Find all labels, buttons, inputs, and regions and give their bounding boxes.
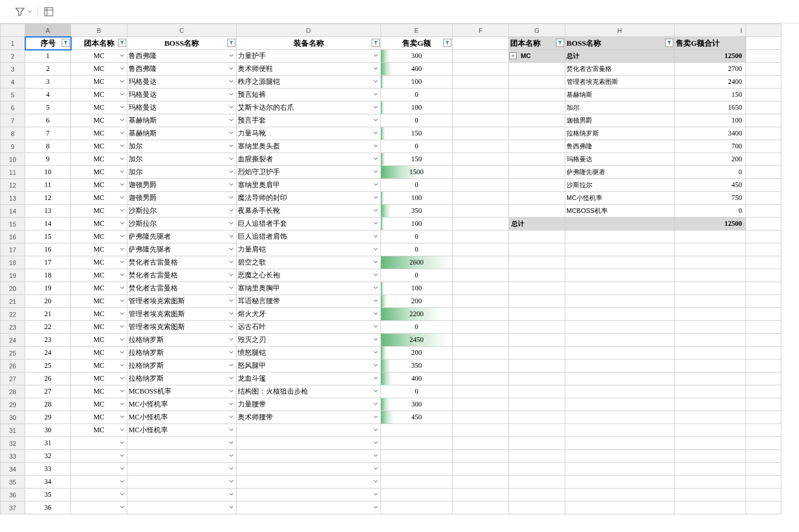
cell-seq[interactable]: 36 (25, 501, 71, 514)
cell[interactable] (509, 360, 565, 372)
cell-seq[interactable]: 28 (25, 398, 71, 411)
dropdown-icon[interactable] (227, 439, 235, 447)
row-header[interactable]: 37 (1, 501, 25, 514)
cell[interactable] (453, 347, 509, 360)
row-header[interactable]: 14 (1, 205, 25, 218)
filter-icon[interactable] (14, 6, 26, 18)
cell[interactable] (509, 282, 565, 295)
cell[interactable] (453, 489, 509, 501)
row-header[interactable]: 10 (1, 153, 25, 166)
cell[interactable] (675, 476, 746, 489)
dropdown-icon[interactable] (118, 271, 126, 279)
cell-raid[interactable]: MC (71, 269, 127, 282)
cell-raid[interactable]: MC (71, 231, 127, 243)
cell-raid[interactable]: MC (71, 372, 127, 385)
cell-item[interactable]: 力量护手 (237, 50, 381, 63)
cell-item[interactable]: 力量肩铠 (237, 243, 381, 256)
cell-seq[interactable]: 13 (25, 205, 71, 218)
cell[interactable] (746, 243, 781, 256)
cell-raid[interactable] (71, 437, 127, 450)
cell-item[interactable] (237, 476, 381, 489)
row-header[interactable]: 24 (1, 334, 25, 347)
cell-item[interactable]: 奥术师腰带 (237, 411, 381, 424)
cell-seq[interactable]: 23 (25, 334, 71, 347)
cell-boss[interactable]: 沙斯拉尔 (127, 218, 237, 231)
cell[interactable] (509, 334, 565, 347)
dropdown-icon[interactable] (118, 90, 126, 99)
row-header[interactable]: 17 (1, 243, 25, 256)
filter-icon[interactable] (118, 39, 126, 47)
header-gold[interactable]: 售卖G额 (381, 37, 453, 50)
cell[interactable] (453, 153, 509, 166)
cell[interactable] (746, 140, 781, 153)
pivot-raid[interactable] (509, 192, 565, 205)
cell-boss[interactable]: 基赫纳斯 (127, 127, 237, 140)
cell[interactable] (565, 282, 675, 295)
col-header-a[interactable]: A (25, 24, 71, 37)
dropdown-icon[interactable] (227, 65, 235, 73)
cell-boss[interactable]: 沙斯拉尔 (127, 205, 237, 218)
dropdown-icon[interactable] (227, 297, 235, 305)
cell-gold[interactable]: 1500 (381, 166, 453, 179)
dropdown-icon[interactable] (118, 477, 126, 486)
cell[interactable] (746, 308, 781, 321)
row-header[interactable]: 30 (1, 411, 25, 424)
dropdown-icon[interactable] (227, 129, 235, 137)
dropdown-icon[interactable] (118, 52, 126, 60)
cell[interactable] (565, 489, 675, 501)
cell-seq[interactable]: 27 (25, 385, 71, 398)
pivot-raid[interactable]: −MC (509, 50, 565, 63)
row-header[interactable]: 5 (1, 89, 25, 101)
cell-boss[interactable]: 玛格曼达 (127, 101, 237, 114)
dropdown-icon[interactable] (372, 90, 380, 99)
cell-gold[interactable]: 0 (381, 385, 453, 398)
cell-raid[interactable]: MC (71, 89, 127, 101)
cell-gold[interactable] (381, 424, 453, 437)
cell-item[interactable]: 塞纳里奥肩甲 (237, 179, 381, 192)
cell-item[interactable]: 恶魔之心长袍 (237, 269, 381, 282)
cell-boss[interactable]: 加尔 (127, 166, 237, 179)
cell-raid[interactable]: MC (71, 153, 127, 166)
pivot-raid[interactable] (509, 114, 565, 127)
cell[interactable] (509, 450, 565, 463)
cell[interactable] (565, 347, 675, 360)
dropdown-icon[interactable] (227, 103, 235, 111)
dropdown-icon[interactable] (372, 232, 380, 240)
cell[interactable] (675, 411, 746, 424)
pivot-grand-total-label[interactable]: 总计 (509, 218, 565, 231)
dropdown-icon[interactable] (372, 361, 380, 370)
col-header-c[interactable]: C (127, 24, 237, 37)
cell[interactable] (565, 476, 675, 489)
cell[interactable] (675, 347, 746, 360)
cell-seq[interactable]: 3 (25, 76, 71, 89)
dropdown-icon[interactable] (227, 374, 235, 382)
pivot-grand-total-blank[interactable] (565, 218, 675, 231)
cell-gold[interactable]: 2600 (381, 256, 453, 269)
cell[interactable] (509, 269, 565, 282)
pivot-raid[interactable] (509, 76, 565, 89)
cell-boss[interactable]: 拉格纳罗斯 (127, 372, 237, 385)
cell-raid[interactable]: MC (71, 308, 127, 321)
filter-icon[interactable] (372, 39, 380, 47)
dropdown-icon[interactable] (118, 439, 126, 447)
row-header[interactable]: 13 (1, 192, 25, 205)
cell-boss[interactable]: 鲁西弗隆 (127, 63, 237, 76)
cell[interactable] (675, 334, 746, 347)
pivot-sum[interactable]: 0 (675, 205, 746, 218)
dropdown-icon[interactable] (372, 400, 380, 408)
header-boss[interactable]: BOSS名称 (127, 37, 237, 50)
pivot-boss[interactable]: 鲁西弗隆 (565, 140, 675, 153)
cell-raid[interactable]: MC (71, 295, 127, 308)
cell[interactable] (675, 256, 746, 269)
pivot-raid[interactable] (509, 63, 565, 76)
pivot-raid[interactable] (509, 89, 565, 101)
pivot-sum[interactable]: 150 (675, 89, 746, 101)
cell-raid[interactable]: MC (71, 360, 127, 372)
col-header-j[interactable] (746, 24, 781, 37)
cell-gold[interactable] (381, 450, 453, 463)
cell-raid[interactable]: MC (71, 166, 127, 179)
cell-item[interactable]: 塞纳里奥胸甲 (237, 282, 381, 295)
cell-raid[interactable]: MC (71, 114, 127, 127)
cell-gold[interactable]: 0 (381, 269, 453, 282)
dropdown-icon[interactable] (372, 452, 380, 460)
